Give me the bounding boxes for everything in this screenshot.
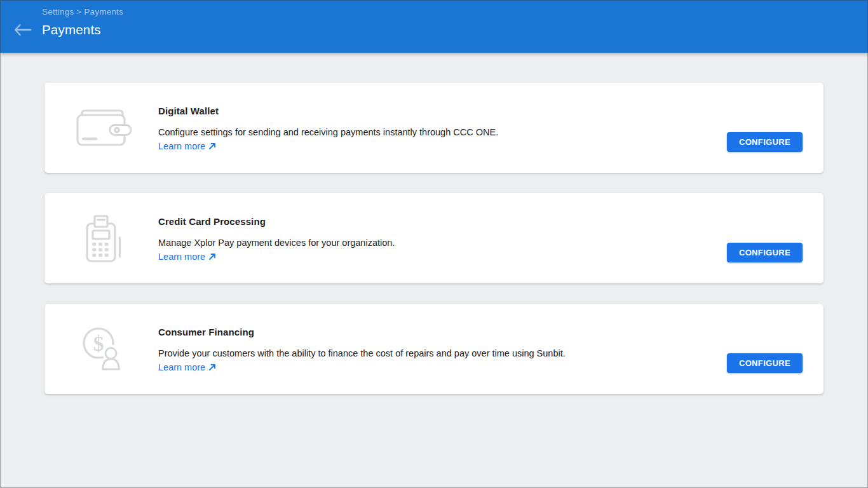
card-digital-wallet: Digital Wallet Configure settings for se… [44, 83, 824, 173]
header-text: Settings > Payments Payments [42, 0, 123, 37]
learn-more-link[interactable]: Learn more [158, 252, 216, 262]
app-header: Settings > Payments Payments [0, 0, 868, 53]
card-title: Digital Wallet [158, 105, 684, 117]
page-title: Payments [42, 22, 123, 37]
card-text: Credit Card Processing Manage Xplor Pay … [44, 193, 824, 262]
learn-more-link[interactable]: Learn more [158, 141, 216, 152]
card-description: Provide your customers with the ability … [158, 348, 684, 359]
configure-button[interactable]: CONFIGURE [727, 132, 803, 152]
card-title: Consumer Financing [158, 327, 684, 338]
learn-more-link[interactable]: Learn more [158, 362, 216, 373]
card-description: Manage Xplor Pay payment devices for you… [158, 238, 684, 248]
learn-more-label: Learn more [158, 362, 205, 373]
card-text: Consumer Financing Provide your customer… [44, 304, 824, 373]
pos-terminal-icon [44, 193, 160, 283]
card-title: Credit Card Processing [158, 216, 684, 227]
payments-settings-screen: Settings > Payments Payments Digital Wal… [0, 0, 868, 488]
dollar-person-icon: $ [44, 304, 160, 394]
external-link-icon [208, 142, 216, 150]
card-text: Digital Wallet Configure settings for se… [44, 83, 824, 152]
wallet-icon [44, 83, 160, 173]
breadcrumb[interactable]: Settings > Payments [42, 7, 123, 17]
arrow-left-icon [13, 23, 32, 37]
back-button[interactable] [13, 23, 32, 37]
learn-more-label: Learn more [158, 252, 205, 262]
external-link-icon [208, 363, 216, 371]
card-credit-card-processing: Credit Card Processing Manage Xplor Pay … [44, 193, 824, 283]
configure-button[interactable]: CONFIGURE [727, 243, 803, 262]
configure-button[interactable]: CONFIGURE [727, 353, 803, 373]
card-consumer-financing: $ Consumer Financing Provide your custom… [44, 304, 824, 394]
svg-text:$: $ [93, 332, 104, 355]
learn-more-label: Learn more [158, 141, 205, 152]
card-description: Configure settings for sending and recei… [158, 127, 684, 138]
payments-card-list: Digital Wallet Configure settings for se… [0, 53, 868, 394]
external-link-icon [208, 253, 216, 261]
